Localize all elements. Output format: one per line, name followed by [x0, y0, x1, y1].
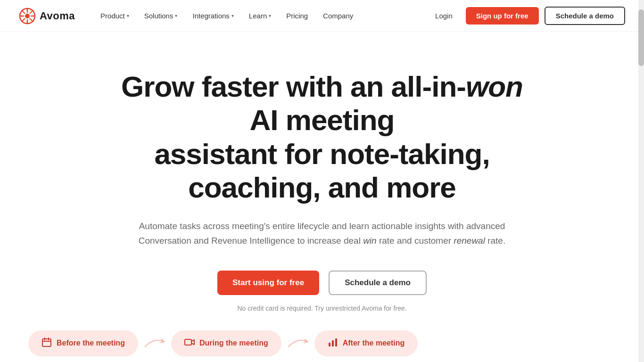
login-button[interactable]: Login [428, 8, 460, 24]
start-free-button[interactable]: Start using for free [217, 271, 319, 295]
nav-actions: Login Sign up for free Schedule a demo [428, 7, 625, 25]
svg-rect-16 [332, 340, 334, 346]
hero-buttons: Start using for free Schedule a demo [217, 271, 427, 295]
nav-links: Product ▾ Solutions ▾ Integrations ▾ Lea… [94, 8, 428, 24]
hero-subtitle: Automate tasks across meeting's entire l… [129, 219, 515, 248]
svg-line-6 [22, 10, 25, 13]
chevron-down-icon: ▾ [269, 13, 271, 18]
chevron-down-icon: ▾ [127, 13, 129, 18]
tab-before-meeting-label: Before the meeting [57, 339, 125, 347]
logo-link[interactable]: Avoma [19, 8, 75, 25]
svg-line-7 [30, 18, 33, 21]
tab-after-meeting-label: After the meeting [343, 339, 405, 347]
arrow-2 [286, 335, 310, 352]
svg-point-1 [25, 14, 30, 18]
nav-item-product[interactable]: Product ▾ [94, 8, 136, 24]
nav-item-solutions[interactable]: Solutions ▾ [138, 8, 184, 24]
hero-title: Grow faster with an all-in-won AI meetin… [110, 70, 534, 204]
avoma-logo-icon [19, 8, 36, 25]
svg-rect-14 [185, 339, 191, 345]
navbar: Avoma Product ▾ Solutions ▾ Integrations… [0, 0, 644, 32]
chevron-down-icon: ▾ [175, 13, 177, 18]
chart-icon [328, 337, 338, 350]
tabs-strip: Before the meeting During the meeting [0, 324, 638, 362]
svg-rect-10 [42, 339, 51, 346]
arrow-1 [143, 335, 166, 352]
nav-item-company[interactable]: Company [316, 8, 360, 24]
hero-note: No credit card is required. Try unrestri… [237, 304, 406, 312]
scrollbar-thumb[interactable] [638, 9, 644, 66]
tab-before-meeting[interactable]: Before the meeting [28, 330, 138, 356]
signup-button[interactable]: Sign up for free [466, 7, 539, 25]
svg-rect-17 [335, 338, 337, 346]
nav-item-integrations[interactable]: Integrations ▾ [186, 8, 240, 24]
tab-after-meeting[interactable]: After the meeting [314, 330, 418, 356]
svg-rect-15 [329, 343, 330, 346]
schedule-demo-hero-button[interactable]: Schedule a demo [329, 271, 427, 295]
tab-during-meeting-label: During the meeting [199, 339, 268, 347]
chevron-down-icon: ▾ [231, 13, 234, 18]
hero-title-text: Grow faster with an all-in-won AI meetin… [121, 70, 523, 204]
hero-section: Grow faster with an all-in-won AI meetin… [0, 32, 644, 340]
tab-during-meeting[interactable]: During the meeting [171, 330, 281, 356]
nav-item-pricing[interactable]: Pricing [280, 8, 314, 24]
schedule-demo-nav-button[interactable]: Schedule a demo [545, 7, 625, 25]
scrollbar[interactable] [638, 0, 644, 362]
logo-text: Avoma [40, 10, 75, 22]
svg-line-8 [30, 10, 33, 13]
svg-line-9 [22, 18, 25, 21]
nav-item-learn[interactable]: Learn ▾ [242, 8, 278, 24]
video-icon [184, 337, 195, 350]
calendar-icon [41, 337, 52, 350]
